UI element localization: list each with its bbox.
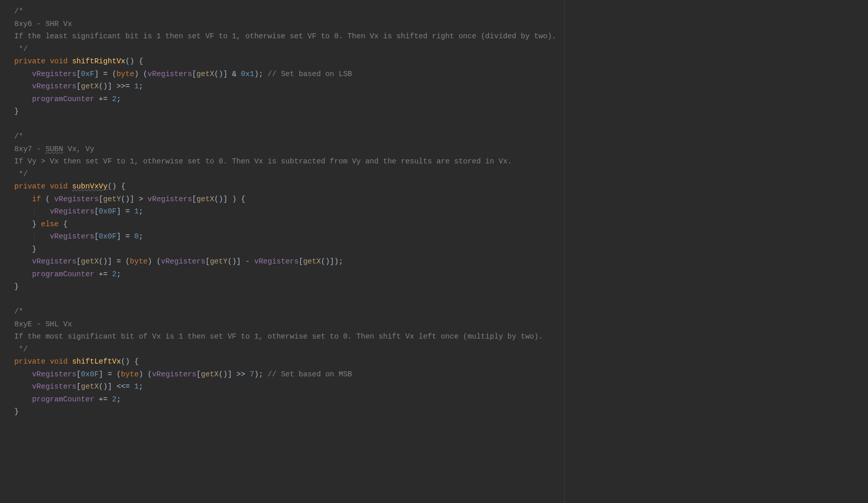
field-ref: vRegisters <box>161 257 205 266</box>
comment-start: /* <box>14 7 23 15</box>
method-call: getX <box>197 70 214 78</box>
number-literal: 2 <box>112 95 116 103</box>
line-comment: // Set based on MSB <box>268 370 352 378</box>
comment-text: If the least significant bit is 1 then s… <box>14 32 557 40</box>
number-literal: 2 <box>112 270 116 278</box>
code-line: } <box>14 405 854 418</box>
code-line: } else { <box>14 218 854 231</box>
code-line: private void shiftRightVx() { <box>14 55 854 68</box>
field-ref: programCounter <box>14 95 99 103</box>
code-line: 8xyE - SHL Vx <box>14 318 854 331</box>
method-call: getX <box>81 382 99 391</box>
code-line: If the least significant bit is 1 then s… <box>14 30 854 43</box>
keyword-cast: byte <box>130 257 148 266</box>
hex-literal: 0x0F <box>99 207 116 215</box>
method-call: getX <box>81 82 99 90</box>
method-call: getX <box>197 195 214 203</box>
field-ref: vRegisters <box>50 232 94 241</box>
field-ref: programCounter <box>14 270 99 278</box>
code-line: /* <box>14 305 854 318</box>
keyword-private: private <box>14 57 45 65</box>
comment-start: /* <box>14 307 23 316</box>
field-ref: vRegisters <box>148 195 192 203</box>
method-call: getX <box>81 257 99 266</box>
comment-text: 8xy7 - <box>14 145 45 153</box>
field-ref: vRegisters <box>254 257 299 266</box>
code-line: programCounter += 2; <box>14 393 854 406</box>
field-ref: vRegisters <box>14 382 77 391</box>
code-line: │ vRegisters[0x0F] = 0; <box>14 230 854 243</box>
field-ref: programCounter <box>14 395 99 403</box>
code-line: if ( vRegisters[getY()] > vRegisters[get… <box>14 193 854 206</box>
field-ref: vRegisters <box>50 207 94 215</box>
method-name: shiftRightVx <box>72 57 125 65</box>
line-comment: // Set based on LSB <box>268 70 352 78</box>
comment-text: 8xyE - SHL Vx <box>14 320 72 328</box>
code-line: vRegisters[getX()] = (byte) (vRegisters[… <box>14 255 854 268</box>
comment-text: Vx, Vy <box>63 145 94 153</box>
blank-line <box>14 118 854 131</box>
keyword-if: if <box>32 195 41 203</box>
code-line: vRegisters[getX()] >>= 1; <box>14 80 854 93</box>
comment-typo: SUBN <box>45 145 63 153</box>
number-literal: 0 <box>134 232 139 241</box>
method-call: getY <box>210 257 228 266</box>
code-line: private void subnVxVy() { <box>14 180 854 193</box>
blank-line <box>14 293 854 306</box>
code-line: } <box>14 243 854 256</box>
comment-end: */ <box>14 45 28 53</box>
code-line: 8xy6 - SHR Vx <box>14 18 854 31</box>
keyword-private: private <box>14 357 45 366</box>
keyword-else: else <box>41 220 59 228</box>
field-ref: vRegisters <box>14 257 77 266</box>
code-line: /* <box>14 130 854 143</box>
code-line: } <box>14 105 854 118</box>
field-ref: vRegisters <box>152 370 197 378</box>
code-line: */ <box>14 168 854 181</box>
code-line: programCounter += 2; <box>14 268 854 281</box>
keyword-void: void <box>50 57 68 65</box>
field-ref: vRegisters <box>148 70 192 78</box>
method-name: shiftLeftVx <box>72 357 121 366</box>
code-line: } <box>14 280 854 293</box>
number-literal: 2 <box>112 395 116 403</box>
field-ref: vRegisters <box>54 195 99 203</box>
field-ref: vRegisters <box>14 70 77 78</box>
number-literal: 1 <box>134 82 139 90</box>
code-line: vRegisters[0x0F] = (byte) (vRegisters[ge… <box>14 368 854 381</box>
hex-literal: 0x0F <box>99 232 116 241</box>
code-line: */ <box>14 43 854 56</box>
hex-literal: 0xF <box>81 70 94 78</box>
code-line: vRegisters[0xF] = (byte) (vRegisters[get… <box>14 68 854 81</box>
code-line: */ <box>14 343 854 356</box>
code-line: programCounter += 2; <box>14 93 854 106</box>
code-line: /* <box>14 5 854 18</box>
keyword-void: void <box>50 182 68 190</box>
code-line: private void shiftLeftVx() { <box>14 355 854 368</box>
editor-ruler <box>564 0 565 503</box>
keyword-cast: byte <box>121 370 139 378</box>
method-call: getX <box>201 370 219 378</box>
method-call: getY <box>103 195 121 203</box>
keyword-cast: byte <box>116 70 134 78</box>
code-editor-content[interactable]: /* 8xy6 - SHR Vx If the least significan… <box>14 5 854 418</box>
number-literal: 1 <box>134 382 139 391</box>
comment-text: If Vy > Vx then set VF to 1, otherwise s… <box>14 157 512 165</box>
comment-end: */ <box>14 345 28 353</box>
code-line: │ vRegisters[0x0F] = 1; <box>14 205 854 218</box>
keyword-void: void <box>50 357 68 366</box>
comment-start: /* <box>14 132 23 140</box>
comment-end: */ <box>14 170 28 178</box>
number-literal: 1 <box>134 207 139 215</box>
method-name: subnVxVy <box>72 182 108 190</box>
comment-text: 8xy6 - SHR Vx <box>14 20 72 28</box>
code-line: If Vy > Vx then set VF to 1, otherwise s… <box>14 155 854 168</box>
number-literal: 7 <box>250 370 254 378</box>
code-line: 8xy7 - SUBN Vx, Vy <box>14 143 854 156</box>
field-ref: vRegisters <box>14 82 77 90</box>
method-call: getX <box>303 257 321 266</box>
code-line: vRegisters[getX()] <<= 1; <box>14 380 854 393</box>
comment-text: If the most significant bit of Vx is 1 t… <box>14 332 543 341</box>
hex-literal: 0x0F <box>81 370 99 378</box>
code-line: If the most significant bit of Vx is 1 t… <box>14 330 854 343</box>
